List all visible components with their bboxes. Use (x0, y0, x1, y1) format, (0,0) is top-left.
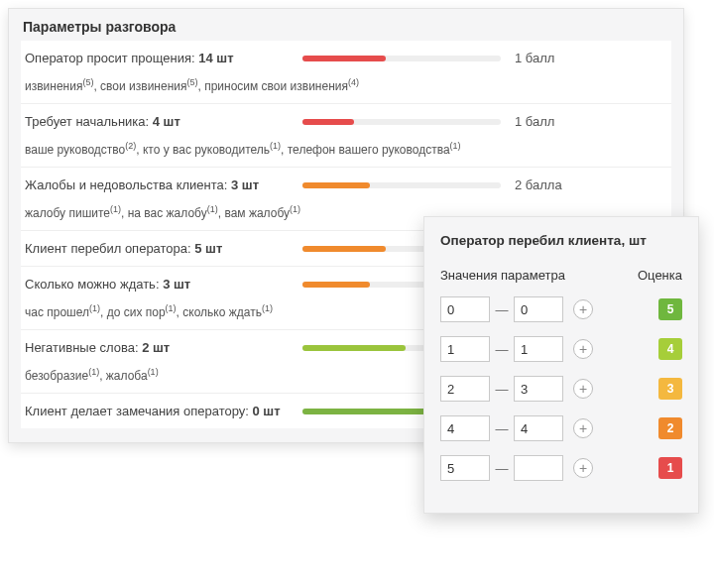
rule-row: —+4 (440, 336, 682, 362)
phrase: час прошел (25, 305, 89, 319)
phrase: до сих пор (107, 305, 166, 319)
phrase-count: (5) (186, 77, 197, 87)
phrase-count: (1) (450, 141, 461, 151)
param-label: Негативные слова: 2 шт (25, 340, 302, 355)
param-label: Оператор просит прощения: 14 шт (25, 51, 302, 65)
header-score: Оценка (633, 268, 682, 283)
phrase: жалоба (106, 369, 148, 383)
param-count: 5 шт (194, 241, 222, 256)
score-badge: 5 (658, 298, 682, 320)
param-label-text: Требует начальника: (25, 114, 153, 129)
rule-row: —+2 (440, 415, 682, 441)
rule-row: —+3 (440, 376, 682, 402)
score-bar-fill (302, 119, 354, 125)
header-values: Значения параметра (440, 268, 633, 283)
param-count: 0 шт (253, 404, 281, 418)
range-from-input[interactable] (440, 296, 490, 322)
param-label: Требует начальника: 4 шт (25, 114, 302, 129)
score-badge: 2 (658, 417, 682, 439)
phrase: жалобу пишите (25, 206, 110, 220)
param-row-top: Оператор просит прощения: 14 шт1 балл (25, 51, 667, 65)
param-label-text: Негативные слова: (25, 340, 142, 355)
phrase: ваше руководство (25, 143, 125, 157)
phrase: вам жалобу (224, 206, 290, 220)
range-from-input[interactable] (440, 415, 490, 441)
add-range-button[interactable]: + (573, 418, 593, 438)
popup-title: Оператор перебил клиента, шт (440, 233, 682, 248)
param-count: 3 шт (231, 177, 259, 192)
phrase-count: (1) (166, 303, 177, 313)
phrase-count: (5) (82, 77, 93, 87)
phrase: на вас жалобу (128, 206, 207, 220)
score-bar (302, 56, 501, 61)
range-to-input[interactable] (514, 336, 563, 362)
param-label-text: Клиент делает замечания оператору: (25, 404, 253, 418)
param-label-text: Клиент перебил оператора: (25, 241, 194, 256)
score-bar-fill (302, 282, 370, 288)
range-from-input[interactable] (440, 376, 490, 402)
phrase-count: (2) (125, 141, 136, 151)
score-text: 1 балл (515, 51, 554, 65)
param-label: Жалобы и недовольства клиента: 3 шт (25, 177, 302, 192)
param-label: Клиент делает замечания оператору: 0 шт (25, 404, 302, 418)
phrase-count: (1) (110, 204, 121, 214)
score-bar-fill (302, 345, 406, 351)
phrase: кто у вас руководитель (143, 143, 270, 157)
score-text: 2 балла (515, 177, 562, 192)
score-text: 1 балл (515, 114, 554, 129)
range-from-input[interactable] (440, 336, 490, 362)
param-row-top: Жалобы и недовольства клиента: 3 шт2 бал… (25, 177, 667, 192)
param-count: 3 шт (163, 277, 190, 292)
score-rules-popup: Оператор перебил клиента, шт Значения па… (423, 216, 699, 514)
score-bar-fill (302, 246, 386, 252)
range-to-input[interactable] (514, 455, 563, 481)
phrase: свои извинения (100, 79, 186, 93)
score-badge: 1 (658, 457, 682, 479)
param-label-text: Сколько можно ждать: (25, 277, 163, 292)
param-phrases: извинения(5), свои извинения(5), приноси… (25, 77, 667, 93)
param-count: 14 шт (198, 51, 233, 65)
param-label: Клиент перебил оператора: 5 шт (25, 241, 302, 256)
add-range-button[interactable]: + (573, 299, 593, 319)
range-to-input[interactable] (514, 415, 563, 441)
phrase-count: (1) (207, 204, 218, 214)
range-dash: — (490, 421, 514, 436)
param-count: 2 шт (142, 340, 170, 355)
panel-title: Параметры разговора (9, 9, 683, 41)
phrase: телефон вашего руководства (288, 143, 450, 157)
phrase: безобразие (25, 369, 88, 383)
phrase-count: (1) (270, 141, 281, 151)
add-range-button[interactable]: + (573, 339, 593, 359)
range-from-input[interactable] (440, 455, 490, 481)
phrase-count: (1) (148, 367, 159, 377)
range-dash: — (490, 342, 514, 357)
rule-row: —+1 (440, 455, 682, 481)
param-row: Требует начальника: 4 шт1 баллваше руков… (21, 104, 671, 168)
param-row-top: Требует начальника: 4 шт1 балл (25, 114, 667, 129)
phrase-count: (1) (262, 303, 273, 313)
range-to-input[interactable] (514, 376, 563, 402)
score-badge: 4 (658, 338, 682, 360)
score-bar-fill (302, 56, 386, 61)
param-label-text: Оператор просит прощения: (25, 51, 198, 65)
add-range-button[interactable]: + (573, 379, 593, 399)
rules-list: —+5—+4—+3—+2—+1 (440, 296, 682, 481)
score-badge: 3 (658, 378, 682, 400)
param-phrases: ваше руководство(2), кто у вас руководит… (25, 141, 667, 157)
add-range-button[interactable]: + (573, 458, 593, 478)
param-label: Сколько можно ждать: 3 шт (25, 277, 302, 292)
phrase-count: (4) (348, 77, 359, 87)
phrase: приносим свои извинения (204, 79, 348, 93)
range-dash: — (490, 382, 514, 397)
rule-row: —+5 (440, 296, 682, 322)
param-row: Оператор просит прощения: 14 шт1 баллизв… (21, 41, 671, 104)
range-dash: — (490, 302, 514, 317)
popup-column-headers: Значения параметра Оценка (440, 268, 682, 283)
score-bar (302, 182, 501, 188)
score-bar-fill (302, 182, 370, 188)
param-label-text: Жалобы и недовольства клиента: (25, 177, 231, 192)
phrase: сколько ждать (182, 305, 262, 319)
range-to-input[interactable] (514, 296, 563, 322)
range-dash: — (490, 461, 514, 476)
phrase-count: (1) (89, 303, 100, 313)
